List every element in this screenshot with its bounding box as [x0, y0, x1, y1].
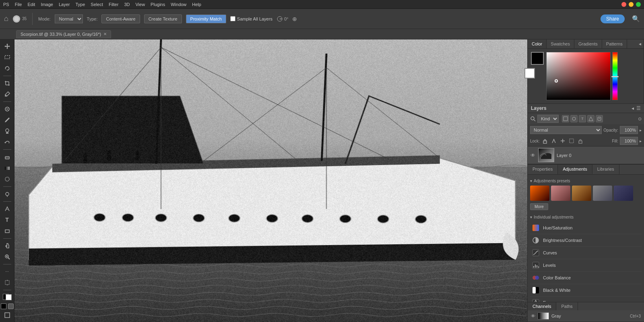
- window-maximize-btn[interactable]: [636, 2, 641, 7]
- menu-window[interactable]: Window: [171, 2, 186, 7]
- menu-filter[interactable]: Filter: [109, 2, 118, 7]
- gradient-tool[interactable]: [2, 163, 13, 173]
- pen-tool[interactable]: [2, 204, 13, 214]
- blur-tool[interactable]: [2, 174, 13, 185]
- filter-text-btn[interactable]: T: [579, 115, 586, 122]
- target-icon[interactable]: ⊕: [292, 16, 297, 22]
- menu-image[interactable]: Image: [41, 2, 53, 7]
- adj-preset-2[interactable]: [551, 186, 570, 201]
- opacity-input[interactable]: 100%: [620, 126, 638, 134]
- fill-input[interactable]: [620, 137, 638, 145]
- adj-color-balance[interactable]: Color Balance: [530, 272, 642, 284]
- adj-exposure[interactable]: Exposure: [530, 297, 642, 302]
- content-aware-btn[interactable]: Content-Aware: [101, 14, 140, 23]
- eraser-tool[interactable]: [2, 152, 13, 162]
- crop-tool[interactable]: [2, 78, 13, 89]
- layers-more-icon[interactable]: ☰: [636, 105, 641, 111]
- menu-help[interactable]: Help: [192, 2, 201, 7]
- home-icon[interactable]: ⌂: [4, 14, 8, 23]
- adj-preset-1[interactable]: [530, 186, 549, 201]
- adj-black-white[interactable]: Black & White: [530, 284, 642, 297]
- window-close-btn[interactable]: [621, 2, 626, 7]
- background-color[interactable]: [6, 294, 12, 300]
- brush-tool[interactable]: [2, 115, 13, 126]
- brush-icon[interactable]: [12, 15, 21, 23]
- color-field[interactable]: [546, 52, 611, 100]
- menu-select[interactable]: Select: [91, 2, 103, 7]
- filter-toggle[interactable]: ⊙: [638, 116, 642, 122]
- filter-smart-btn[interactable]: [596, 115, 603, 122]
- share-button[interactable]: Share: [601, 14, 625, 23]
- spot-healing-tool[interactable]: [2, 104, 13, 114]
- panel-collapse-btn[interactable]: ◂: [639, 41, 641, 47]
- menu-edit[interactable]: Edit: [27, 2, 35, 7]
- filter-adj-btn[interactable]: [570, 115, 578, 122]
- adj-more-button[interactable]: More: [530, 203, 548, 210]
- menu-3d[interactable]: 3D: [124, 2, 130, 7]
- menu-view[interactable]: View: [135, 2, 145, 7]
- gradients-tab[interactable]: Gradients: [574, 39, 602, 48]
- opacity-arrow[interactable]: ▸: [640, 128, 642, 132]
- lock-image[interactable]: [550, 137, 557, 144]
- lock-transparency[interactable]: [541, 137, 549, 144]
- stamp-tool[interactable]: [2, 126, 13, 136]
- fill-arrow[interactable]: ▸: [640, 139, 642, 143]
- search-icon[interactable]: 🔍: [632, 15, 640, 23]
- channel-eye-icon[interactable]: 👁: [531, 314, 535, 318]
- adjustments-tab[interactable]: Adjustments: [558, 165, 592, 174]
- menu-ps[interactable]: PS: [3, 2, 9, 7]
- move-tool[interactable]: [2, 41, 13, 52]
- shape-tool[interactable]: [2, 226, 13, 236]
- doc-tab-close-btn[interactable]: ✕: [103, 32, 107, 36]
- layer-row[interactable]: 👁 Layer 0: [528, 147, 644, 164]
- menu-type[interactable]: Type: [76, 2, 85, 7]
- text-tool[interactable]: T: [2, 215, 13, 225]
- adj-preset-3[interactable]: [572, 186, 591, 201]
- adj-levels[interactable]: Levels: [530, 259, 642, 272]
- screen-mode-btn[interactable]: [2, 310, 13, 320]
- marquee-rect-tool[interactable]: [2, 52, 13, 63]
- lasso-tool[interactable]: [2, 63, 13, 74]
- document-tab[interactable]: Scorpion.tif @ 33.3% (Layer 0, Gray/16*)…: [16, 30, 111, 38]
- mode-dropdown[interactable]: Normal: [55, 14, 83, 23]
- properties-tab[interactable]: Properties: [528, 165, 558, 174]
- artboard-tool[interactable]: [2, 277, 13, 288]
- layers-collapse-icon[interactable]: ◂: [632, 105, 634, 111]
- hand-tool[interactable]: [2, 241, 13, 251]
- libraries-tab[interactable]: Libraries: [592, 165, 619, 174]
- more-tools-btn[interactable]: ···: [2, 266, 13, 277]
- filter-shape-btn[interactable]: [587, 115, 594, 122]
- menu-layer[interactable]: Layer: [59, 2, 70, 7]
- adj-brightness-contrast[interactable]: Brightness/Contrast: [530, 234, 642, 247]
- paths-tab[interactable]: Paths: [556, 302, 578, 310]
- background-swatch[interactable]: [524, 68, 535, 78]
- create-texture-btn[interactable]: Create Texture: [144, 14, 182, 23]
- eyedropper-tool[interactable]: [2, 89, 13, 99]
- dodge-tool[interactable]: [2, 189, 13, 199]
- patterns-tab[interactable]: Patterns: [602, 39, 627, 48]
- layers-filter-dropdown[interactable]: Kind: [537, 115, 559, 123]
- document-canvas[interactable]: [14, 39, 527, 322]
- menu-plugins[interactable]: Plugins: [151, 2, 165, 7]
- filter-pixel-btn[interactable]: [562, 115, 569, 122]
- color-tab[interactable]: Color: [528, 39, 547, 48]
- proximity-match-btn[interactable]: Proximity Match: [186, 14, 226, 23]
- hue-slider[interactable]: [612, 52, 618, 100]
- color-swatches[interactable]: [3, 294, 12, 300]
- menu-file[interactable]: File: [15, 2, 22, 7]
- window-minimize-btn[interactable]: [629, 2, 634, 7]
- history-brush-tool[interactable]: [2, 137, 13, 148]
- adj-curves[interactable]: Curves: [530, 247, 642, 259]
- channels-tab[interactable]: Channels: [528, 302, 556, 310]
- gray-channel-row[interactable]: 👁 Gray Ctrl+3: [528, 310, 644, 322]
- blend-mode-dropdown[interactable]: Normal: [530, 126, 602, 134]
- sample-all-layers-checkbox[interactable]: Sample All Layers: [230, 16, 272, 21]
- layer-visibility-icon[interactable]: 👁: [530, 153, 536, 158]
- lock-position[interactable]: [559, 137, 566, 144]
- quick-mask-on[interactable]: [8, 303, 14, 309]
- lock-artboard[interactable]: [568, 137, 575, 144]
- swatches-tab[interactable]: Swatches: [547, 39, 574, 48]
- adj-hue-saturation[interactable]: Hue/Saturation: [530, 222, 642, 234]
- quick-mask-off[interactable]: [1, 303, 6, 309]
- foreground-swatch[interactable]: [531, 52, 544, 65]
